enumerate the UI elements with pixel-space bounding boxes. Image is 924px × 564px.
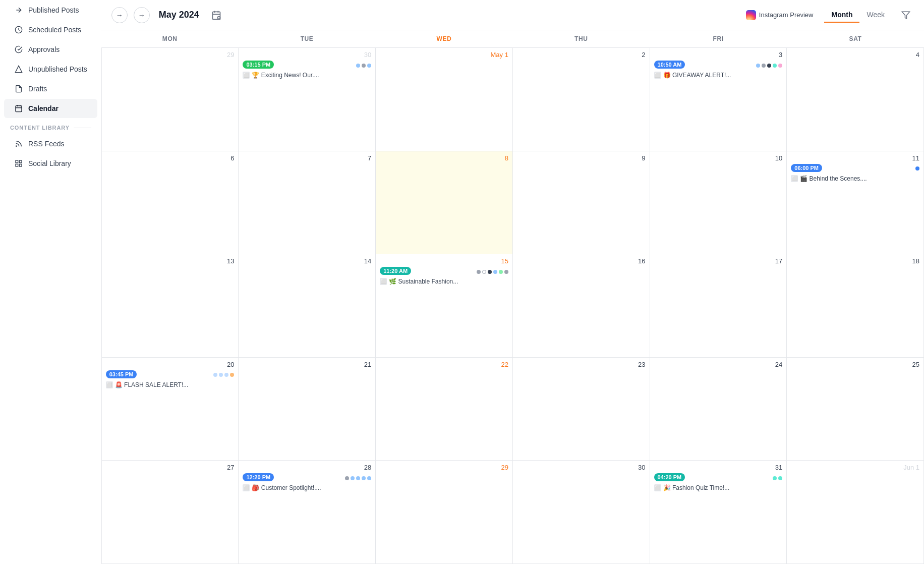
event-dot [477,270,481,274]
event-text: 🎒 Customer Spotlight!.... [252,484,321,491]
calendar-cell[interactable]: 8 [376,151,513,255]
sidebar-item-rss-feeds[interactable]: RSS Feeds [4,134,97,153]
day-number: 2 [517,51,646,59]
day-number: 22 [380,361,508,368]
calendar-search-button[interactable] [208,7,224,23]
event-dot [356,476,360,480]
day-number: 15 [380,257,508,265]
event-dot [356,64,360,68]
event-time-badge: 03:45 PM [106,370,137,378]
calendar-cell[interactable]: 17 [650,254,787,358]
calendar-event[interactable]: 03:45 PM⬜🚨 FLASH SALE ALERT!... [106,370,235,388]
calendar-cell[interactable]: 18 [787,254,924,358]
calendar-cell[interactable]: 3104:20 PM⬜🎉 Fashion Quiz Time!... [650,461,787,564]
calendar-event[interactable]: 03:15 PM⬜🏆 Exciting News! Our.... [243,61,371,79]
calendar-cell[interactable]: 14 [239,254,376,358]
calendar-cell[interactable]: 1106:00 PM⬜🎬 Behind the Scenes.... [787,151,924,255]
day-number: 6 [106,154,235,162]
cal-header-wed: WED [376,30,513,47]
calendar-cell[interactable]: 24 [650,358,787,461]
calendar-cell[interactable]: 30 [513,461,650,564]
calendar-cell[interactable]: 9 [513,151,650,255]
calendar-cell[interactable]: 23 [513,358,650,461]
arrow-up-right-icon [14,6,23,15]
event-text: 🎁 GIVEAWAY ALERT!... [663,72,731,79]
calendar-cell[interactable]: 25 [787,358,924,461]
day-number: 29 [380,464,508,471]
calendar-cell[interactable]: 22 [376,358,513,461]
month-view-button[interactable]: Month [824,8,859,23]
calendar-cell[interactable]: Jun 1 [787,461,924,564]
calendar-cell[interactable]: 10 [650,151,787,255]
sidebar-item-scheduled-posts[interactable]: Scheduled Posts [4,20,97,39]
calendar-event[interactable]: 04:20 PM⬜🎉 Fashion Quiz Time!... [654,473,783,491]
calendar-cell[interactable]: 2003:45 PM⬜🚨 FLASH SALE ALERT!... [102,358,239,461]
calendar-cell[interactable]: 4 [787,48,924,151]
cal-header-thu: THU [512,30,650,47]
calendar-cell[interactable]: 21 [239,358,376,461]
event-text: 🎬 Behind the Scenes.... [800,175,867,182]
event-image-icon: ⬜ [380,278,387,285]
prev-nav-button[interactable]: → [111,7,128,23]
filter-button[interactable] [898,7,914,23]
day-number: 7 [243,154,371,162]
sidebar-item-social-library[interactable]: Social Library [4,154,97,173]
svg-rect-12 [212,12,220,19]
calendar-cell[interactable]: 16 [513,254,650,358]
sidebar-item-published-posts[interactable]: Published Posts [4,1,97,20]
calendar-event[interactable]: 11:20 AM⬜🌿 Sustainable Fashion... [380,267,508,285]
event-text: 🎉 Fashion Quiz Time!... [663,484,730,491]
event-dot [362,476,366,480]
next-nav-button[interactable]: → [134,7,150,23]
calendar-cell[interactable]: 27 [102,461,239,564]
svg-rect-8 [16,160,18,163]
event-dot [762,64,766,68]
day-number: 10 [654,154,783,162]
sidebar-item-drafts[interactable]: Drafts [4,79,97,98]
sidebar-item-label: Unpublished Posts [28,65,87,73]
event-dot [778,64,782,68]
calendar-cell[interactable]: 29 [376,461,513,564]
event-image-icon: ⬜ [654,484,661,491]
sidebar-item-calendar[interactable]: Calendar [4,99,97,118]
calendar-cell[interactable]: 13 [102,254,239,358]
sidebar-item-label: Social Library [28,159,71,167]
day-number: 20 [106,361,235,368]
event-dot [773,476,777,480]
instagram-preview-button[interactable]: Instagram Preview [741,7,819,23]
event-content: ⬜🎉 Fashion Quiz Time!... [654,484,783,491]
event-dot [756,64,760,68]
calendar-event[interactable]: 10:50 AM⬜🎁 GIVEAWAY ALERT!... [654,61,783,79]
day-number: May 1 [380,51,508,59]
day-number: 9 [517,154,646,162]
calendar-event[interactable]: 12:20 PM⬜🎒 Customer Spotlight!.... [243,473,371,491]
calendar-cell[interactable]: 29 [102,48,239,151]
event-text: 🏆 Exciting News! Our.... [252,72,319,79]
event-dot [224,373,228,377]
calendar-cell[interactable]: 2 [513,48,650,151]
svg-line-17 [220,19,220,19]
rss-icon [14,139,23,148]
calendar-cell[interactable]: May 1 [376,48,513,151]
calendar-cell[interactable]: 3003:15 PM⬜🏆 Exciting News! Our.... [239,48,376,151]
event-dot [367,476,371,480]
calendar-cell[interactable]: 6 [102,151,239,255]
day-number: 31 [654,464,783,471]
view-toggle: Month Week [824,8,892,23]
week-view-button[interactable]: Week [859,8,892,23]
sidebar-item-label: RSS Feeds [28,140,65,148]
cal-header-fri: FRI [650,30,787,47]
calendar-event[interactable]: 06:00 PM⬜🎬 Behind the Scenes.... [791,164,919,182]
sidebar-item-label: Calendar [28,104,59,112]
calendar-cell[interactable]: 310:50 AM⬜🎁 GIVEAWAY ALERT!... [650,48,787,151]
calendar-cell[interactable]: 1511:20 AM⬜🌿 Sustainable Fashion... [376,254,513,358]
event-text: 🌿 Sustainable Fashion... [389,278,458,285]
cal-header-tue: TUE [239,30,376,47]
day-number: 4 [791,51,919,59]
calendar-cell[interactable]: 2812:20 PM⬜🎒 Customer Spotlight!.... [239,461,376,564]
day-number: 29 [106,51,235,59]
sidebar-item-unpublished-posts[interactable]: Unpublished Posts [4,60,97,79]
sidebar-item-approvals[interactable]: Approvals [4,40,97,59]
calendar-cell[interactable]: 7 [239,151,376,255]
event-content: ⬜🎒 Customer Spotlight!.... [243,484,371,491]
